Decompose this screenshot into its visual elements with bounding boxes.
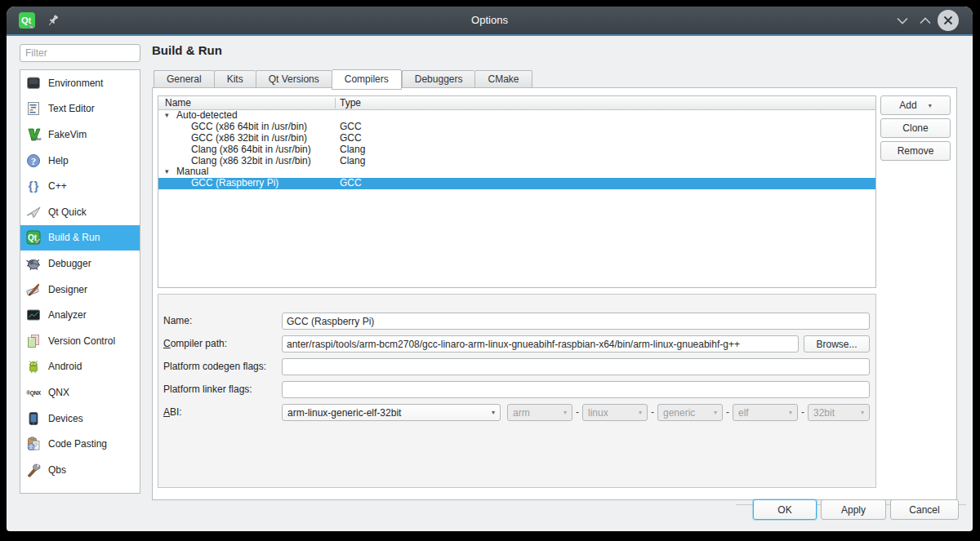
table-row[interactable]: Clang (x86 64bit in /usr/bin) Clang xyxy=(158,144,875,156)
browse-button[interactable]: Browse... xyxy=(804,335,870,353)
environment-icon xyxy=(25,75,42,91)
sidebar-item-environment[interactable]: Environment xyxy=(20,70,140,96)
svg-text:Qt: Qt xyxy=(28,233,38,242)
abi-arch-combobox: arm▾ xyxy=(507,404,572,421)
table-group-row[interactable]: ▾ Manual xyxy=(158,166,875,178)
code-pasting-icon xyxy=(25,436,42,452)
sidebar-item-label: Debugger xyxy=(48,258,91,269)
sidebar-item-label: Environment xyxy=(48,78,103,89)
remove-button[interactable]: Remove xyxy=(880,141,951,161)
table-group-row[interactable]: ▾ Auto-detected xyxy=(158,110,875,122)
platform-linker-flags-field[interactable] xyxy=(282,381,870,398)
sidebar-item-android[interactable]: Android xyxy=(20,354,140,380)
column-divider xyxy=(335,98,336,109)
ok-button[interactable]: OK xyxy=(753,499,817,520)
sidebar-item-label: Version Control xyxy=(48,335,115,347)
tab-compilers[interactable]: Compilers xyxy=(332,69,402,90)
android-icon xyxy=(25,358,42,375)
cpp-icon: { } xyxy=(25,178,42,194)
maximize-button[interactable] xyxy=(916,11,934,29)
titlebar[interactable]: Qt Options xyxy=(7,7,973,34)
sidebar-item-label: Qt Quick xyxy=(48,206,87,218)
compilers-table[interactable]: Name Type ▾ Auto-detected GCC (x86 64bit… xyxy=(158,95,876,288)
tab-bar: General Kits Qt Versions Compilers Debug… xyxy=(154,69,532,88)
sidebar-item-label: Designer xyxy=(48,284,87,295)
sidebar-item-label: C++ xyxy=(48,180,67,192)
sidebar-item-label: Analyzer xyxy=(48,309,87,321)
filter-input[interactable] xyxy=(20,44,140,62)
sidebar-item-code-pasting[interactable]: Code Pasting xyxy=(20,431,140,457)
add-button[interactable]: Add▾ xyxy=(880,95,951,115)
platform-codegen-flags-field[interactable] xyxy=(282,358,870,375)
help-icon: ? xyxy=(25,153,42,169)
abi-wordwidth-combobox: 32bit▾ xyxy=(808,404,870,421)
fakevim-icon: Fake xyxy=(25,126,42,143)
abi-separator: - xyxy=(726,404,729,421)
sidebar-item-label: Devices xyxy=(48,413,83,424)
table-header: Name Type xyxy=(158,96,875,110)
sidebar-item-qbs[interactable]: Qbs xyxy=(20,457,140,483)
svg-text:{ }: { } xyxy=(29,179,39,193)
sidebar-item-cpp[interactable]: { } C++ xyxy=(20,173,140,199)
tab-kits[interactable]: Kits xyxy=(214,70,256,88)
tab-general[interactable]: General xyxy=(154,70,214,88)
sidebar-item-designer[interactable]: Designer xyxy=(20,277,140,303)
dropdown-arrow-icon: ▾ xyxy=(861,409,864,416)
abi-separator: - xyxy=(801,404,804,421)
platform-linker-flags-label: Platform linker flags: xyxy=(163,381,286,398)
platform-codegen-flags-label: Platform codegen flags: xyxy=(163,358,286,375)
abi-format-combobox: elf▾ xyxy=(733,404,798,421)
build-run-icon: Qt xyxy=(25,229,42,246)
cancel-button[interactable]: Cancel xyxy=(890,499,959,520)
sidebar-item-debugger[interactable]: Debugger xyxy=(20,251,140,277)
dropdown-arrow-icon: ▾ xyxy=(714,409,717,416)
abi-combobox[interactable]: arm-linux-generic-elf-32bit▾ xyxy=(282,404,501,421)
debugger-icon xyxy=(25,255,42,272)
table-row[interactable]: GCC (x86 32bit in /usr/bin) GCC xyxy=(158,133,875,144)
sidebar-item-label: Build & Run xyxy=(48,232,100,243)
options-dialog: Qt Options E xyxy=(7,7,973,531)
dropdown-arrow-icon: ▾ xyxy=(492,409,495,416)
sidebar-item-qnx[interactable]: ®QNX QNX xyxy=(20,379,140,406)
table-row[interactable]: Clang (x86 32bit in /usr/bin) Clang xyxy=(158,156,875,167)
sidebar-item-text-editor[interactable]: Text Editor xyxy=(20,96,140,122)
sidebar-item-build-and-run[interactable]: Qt Build & Run xyxy=(20,225,140,251)
column-header-type[interactable]: Type xyxy=(340,97,361,109)
expand-triangle-icon[interactable]: ▾ xyxy=(165,110,169,122)
sidebar-item-analyzer[interactable]: Analyzer xyxy=(20,302,140,328)
dropdown-arrow-icon: ▾ xyxy=(789,409,792,416)
apply-button[interactable]: Apply xyxy=(821,499,886,520)
qnx-icon: ®QNX xyxy=(25,384,42,401)
sidebar-item-qt-quick[interactable]: Qt Quick xyxy=(20,199,140,225)
expand-triangle-icon[interactable]: ▾ xyxy=(165,166,169,178)
qbs-icon xyxy=(25,462,42,478)
compiler-path-field[interactable] xyxy=(282,335,799,353)
minimize-button[interactable] xyxy=(893,11,911,29)
category-list: Environment Text Editor Fake FakeVim ? xyxy=(20,69,140,494)
tab-qt-versions[interactable]: Qt Versions xyxy=(256,70,332,88)
svg-text:?: ? xyxy=(31,155,36,166)
sidebar-item-label: Help xyxy=(48,155,69,166)
tab-cmake[interactable]: CMake xyxy=(474,70,532,88)
sidebar-item-help[interactable]: ? Help xyxy=(20,148,140,174)
page-title: Build & Run xyxy=(152,43,222,57)
sidebar-item-devices[interactable]: Devices xyxy=(20,406,140,432)
sidebar-item-label: Qbs xyxy=(48,464,66,476)
sidebar-item-label: Text Editor xyxy=(48,103,95,114)
tab-debuggers[interactable]: Debuggers xyxy=(402,70,475,88)
dropdown-arrow-icon: ▾ xyxy=(564,409,567,416)
clone-button[interactable]: Clone xyxy=(880,118,951,138)
dropdown-arrow-icon: ▾ xyxy=(929,102,932,109)
window-title: Options xyxy=(7,14,973,26)
table-row[interactable]: GCC (x86 64bit in /usr/bin) GCC xyxy=(158,122,875,133)
sidebar-item-fakevim[interactable]: Fake FakeVim xyxy=(20,122,140,148)
sidebar-item-version-control[interactable]: Version Control xyxy=(20,328,140,354)
close-button[interactable] xyxy=(938,10,959,31)
svg-text:®QNX: ®QNX xyxy=(26,390,42,397)
abi-separator: - xyxy=(576,404,579,421)
column-header-name[interactable]: Name xyxy=(165,97,191,109)
name-field[interactable] xyxy=(282,313,870,330)
compiler-path-label: Compiler path: xyxy=(163,335,286,353)
table-row-selected[interactable]: GCC (Raspberry Pi) GCC xyxy=(158,178,875,189)
sidebar-item-label: FakeVim xyxy=(48,129,87,140)
